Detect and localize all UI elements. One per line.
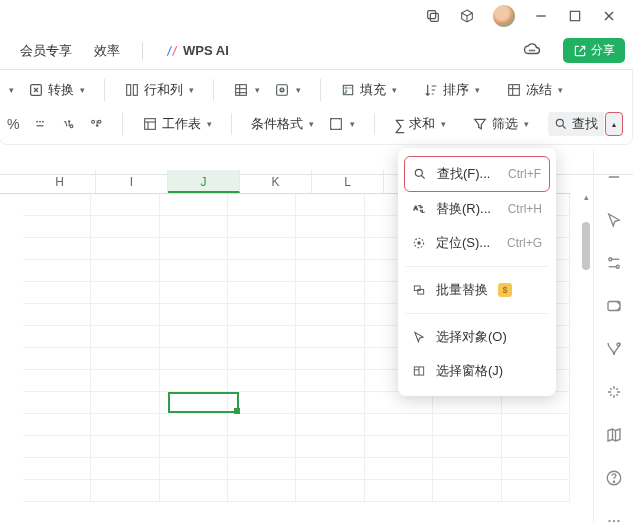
cell[interactable] xyxy=(296,392,364,414)
sort-button[interactable]: 排序▾ xyxy=(418,78,485,102)
cell[interactable] xyxy=(160,348,228,370)
side-minus-icon[interactable] xyxy=(605,168,623,189)
cell[interactable] xyxy=(228,480,296,502)
column-header[interactable]: K xyxy=(240,170,312,193)
cell[interactable] xyxy=(23,414,91,436)
cell[interactable] xyxy=(296,326,364,348)
column-header[interactable]: H xyxy=(24,170,96,193)
cell[interactable] xyxy=(160,414,228,436)
dd-select-objects[interactable]: 选择对象(O) xyxy=(404,320,550,354)
find-dropdown-toggle[interactable]: ▴ xyxy=(605,112,623,136)
cell[interactable] xyxy=(296,260,364,282)
cell[interactable] xyxy=(91,304,159,326)
cell[interactable] xyxy=(160,216,228,238)
cell[interactable] xyxy=(296,436,364,458)
cell[interactable] xyxy=(296,458,364,480)
cell[interactable] xyxy=(228,304,296,326)
cell[interactable] xyxy=(228,370,296,392)
sheet-button[interactable]: 工作表▾ xyxy=(137,112,217,136)
dropdown-generic[interactable]: ▾ xyxy=(2,82,19,98)
cell[interactable] xyxy=(91,458,159,480)
cell[interactable] xyxy=(23,436,91,458)
cell[interactable] xyxy=(296,238,364,260)
column-header[interactable]: J xyxy=(168,170,240,193)
cell[interactable] xyxy=(91,326,159,348)
find-split-button[interactable]: 查找 ▴ xyxy=(548,112,623,136)
cell[interactable] xyxy=(160,194,228,216)
fill-button[interactable]: 填充▾ xyxy=(335,78,402,102)
cell[interactable] xyxy=(433,436,501,458)
cell[interactable] xyxy=(296,304,364,326)
cell[interactable] xyxy=(228,348,296,370)
maximize-button[interactable] xyxy=(567,8,583,24)
cell[interactable] xyxy=(160,282,228,304)
cell[interactable] xyxy=(23,370,91,392)
cell[interactable] xyxy=(433,458,501,480)
borders-button[interactable]: ▾ xyxy=(323,113,360,135)
cell[interactable] xyxy=(228,238,296,260)
cell[interactable] xyxy=(91,414,159,436)
wps-ai-button[interactable]: WPS AI xyxy=(165,43,229,58)
inc-decimal-button[interactable] xyxy=(56,114,80,134)
side-more-icon[interactable] xyxy=(605,512,623,523)
cell[interactable] xyxy=(228,458,296,480)
cell[interactable] xyxy=(160,304,228,326)
package-icon[interactable] xyxy=(459,8,475,24)
cell[interactable] xyxy=(160,392,228,414)
table-style-button[interactable]: ▾ xyxy=(228,79,265,101)
cell[interactable] xyxy=(365,414,433,436)
side-cursor-icon[interactable] xyxy=(605,211,623,232)
side-settings-icon[interactable] xyxy=(605,254,623,275)
cell[interactable] xyxy=(23,194,91,216)
cell[interactable] xyxy=(23,304,91,326)
cell[interactable] xyxy=(296,282,364,304)
dd-selection-pane[interactable]: 选择窗格(J) xyxy=(404,354,550,388)
filter-button[interactable]: 筛选▾ xyxy=(467,112,534,136)
vertical-scrollbar[interactable]: ▴ xyxy=(581,192,591,472)
format-cells-button[interactable]: ▾ xyxy=(269,79,306,101)
cell[interactable] xyxy=(91,480,159,502)
cell[interactable] xyxy=(23,480,91,502)
cell[interactable] xyxy=(23,260,91,282)
convert-button[interactable]: 转换▾ xyxy=(23,78,90,102)
side-chart-icon[interactable] xyxy=(605,340,623,361)
side-sparkle-icon[interactable] xyxy=(605,383,623,404)
cell[interactable] xyxy=(365,480,433,502)
cell[interactable] xyxy=(502,436,570,458)
copy-icon[interactable] xyxy=(425,8,441,24)
cell[interactable] xyxy=(160,480,228,502)
cell[interactable] xyxy=(502,414,570,436)
cell[interactable] xyxy=(23,348,91,370)
percent-button[interactable]: % xyxy=(2,113,24,135)
cond-format-button[interactable]: 条件格式▾ xyxy=(246,112,319,136)
cell[interactable] xyxy=(296,480,364,502)
cloud-icon[interactable] xyxy=(523,40,541,61)
cell[interactable] xyxy=(91,282,159,304)
side-loop-icon[interactable] xyxy=(605,297,623,318)
dd-replace[interactable]: A 替换(R)... Ctrl+H xyxy=(404,192,550,226)
cell[interactable] xyxy=(228,436,296,458)
close-button[interactable] xyxy=(601,8,617,24)
cell[interactable] xyxy=(228,282,296,304)
cell[interactable] xyxy=(502,480,570,502)
cell[interactable] xyxy=(91,370,159,392)
cell[interactable] xyxy=(23,216,91,238)
thousands-button[interactable] xyxy=(28,114,52,134)
freeze-button[interactable]: 冻结▾ xyxy=(501,78,568,102)
cell[interactable] xyxy=(433,414,501,436)
cell[interactable] xyxy=(296,194,364,216)
side-map-icon[interactable] xyxy=(605,426,623,447)
cell[interactable] xyxy=(228,414,296,436)
dd-find[interactable]: 查找(F)... Ctrl+F xyxy=(404,156,550,192)
cell[interactable] xyxy=(228,326,296,348)
sum-button[interactable]: ∑ 求和▾ xyxy=(389,112,451,136)
cell[interactable] xyxy=(160,370,228,392)
cell[interactable] xyxy=(91,238,159,260)
menu-efficiency[interactable]: 效率 xyxy=(94,42,120,60)
cell[interactable] xyxy=(91,436,159,458)
cell[interactable] xyxy=(160,326,228,348)
cell[interactable] xyxy=(23,392,91,414)
cell[interactable] xyxy=(160,436,228,458)
cell[interactable] xyxy=(228,392,296,414)
column-header[interactable]: L xyxy=(312,170,384,193)
